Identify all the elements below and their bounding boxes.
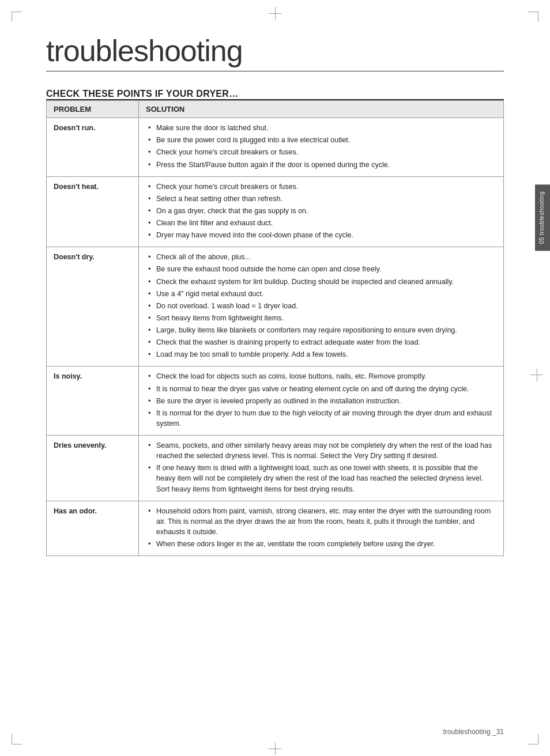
solution-item: Be sure the power cord is plugged into a…: [146, 135, 496, 145]
section-heading: CHECK THESE POINTS IF YOUR DRYER…: [46, 89, 504, 99]
solution-cell: Check your home's circuit breakers or fu…: [139, 176, 504, 247]
solution-item: Large, bulky items like blankets or comf…: [146, 325, 496, 335]
solution-item: Check your home's circuit breakers or fu…: [146, 182, 496, 192]
corner-mark-tr: [528, 12, 538, 22]
problem-cell: Has an odor.: [47, 501, 139, 556]
solution-item: Dryer may have moved into the cool-down …: [146, 230, 496, 240]
col-header-problem: PROBLEM: [47, 101, 139, 118]
crosshair-right: [530, 375, 543, 381]
solution-item: Check your home's circuit breakers or fu…: [146, 147, 496, 157]
problem-cell: Dries unevenly.: [47, 436, 139, 501]
solution-item: Clean the lint filter and exhaust duct.: [146, 218, 496, 228]
col-header-solution: SOLUTION: [139, 101, 504, 118]
solution-item: Be sure the exhaust hood outside the hom…: [146, 264, 496, 274]
solution-cell: Seams, pockets, and other similarly heav…: [139, 436, 504, 501]
table-row: Dries unevenly.Seams, pockets, and other…: [47, 436, 504, 501]
page-footer: troubleshooting _31: [443, 728, 504, 736]
problem-cell: Doesn't run.: [47, 118, 139, 177]
solution-item: Seams, pockets, and other similarly heav…: [146, 440, 496, 461]
table-row: Doesn't dry.Check all of the above, plus…: [47, 247, 504, 366]
solution-item: On a gas dryer, check that the gas suppl…: [146, 206, 496, 216]
corner-mark-bl: [12, 734, 22, 744]
solution-item: Check all of the above, plus...: [146, 252, 496, 262]
solution-item: It is normal to hear the dryer gas valve…: [146, 384, 496, 394]
side-tab: 05 troubleshooting: [535, 184, 550, 251]
solution-item: Press the Start/Pause button again if th…: [146, 160, 496, 170]
problem-cell: Is noisy.: [47, 366, 139, 436]
page-container: 05 troubleshooting troubleshooting CHECK…: [0, 0, 550, 756]
solution-item: Do not overload. 1 wash load = 1 dryer l…: [146, 301, 496, 311]
title-underline: [46, 71, 504, 71]
solution-item: Check that the washer is draining proper…: [146, 337, 496, 347]
corner-mark-tl: [12, 12, 22, 22]
solution-item: Select a heat setting other than refresh…: [146, 194, 496, 204]
solution-cell: Make sure the door is latched shut.Be su…: [139, 118, 504, 177]
table-row: Has an odor.Household odors from paint, …: [47, 501, 504, 556]
corner-mark-br: [528, 734, 538, 744]
crosshair-bottom: [269, 742, 281, 749]
solution-item: Use a 4" rigid metal exhaust duct.: [146, 289, 496, 299]
solution-cell: Check all of the above, plus...Be sure t…: [139, 247, 504, 366]
table-row: Doesn't heat.Check your home's circuit b…: [47, 176, 504, 247]
solution-cell: Household odors from paint, varnish, str…: [139, 501, 504, 556]
table-row: Is noisy.Check the load for objects such…: [47, 366, 504, 436]
solution-item: Check the exhaust system for lint buildu…: [146, 277, 496, 287]
solution-item: Household odors from paint, varnish, str…: [146, 506, 496, 537]
solution-item: It is normal for the dryer to hum due to…: [146, 408, 496, 429]
solution-item: Make sure the door is latched shut.: [146, 123, 496, 133]
trouble-table: PROBLEM SOLUTION Doesn't run.Make sure t…: [46, 100, 504, 556]
solution-item: Check the load for objects such as coins…: [146, 371, 496, 381]
solution-item: Be sure the dryer is leveled properly as…: [146, 396, 496, 406]
crosshair-top: [269, 7, 281, 14]
page-title: troubleshooting: [46, 35, 504, 67]
solution-item: If one heavy item is dried with a lightw…: [146, 463, 496, 494]
problem-cell: Doesn't dry.: [47, 247, 139, 366]
solution-cell: Check the load for objects such as coins…: [139, 366, 504, 436]
solution-item: When these odors linger in the air, vent…: [146, 539, 496, 549]
solution-item: Sort heavy items from lightweight items.: [146, 313, 496, 323]
solution-item: Load may be too small to tumble properly…: [146, 349, 496, 360]
table-row: Doesn't run.Make sure the door is latche…: [47, 118, 504, 177]
problem-cell: Doesn't heat.: [47, 176, 139, 247]
